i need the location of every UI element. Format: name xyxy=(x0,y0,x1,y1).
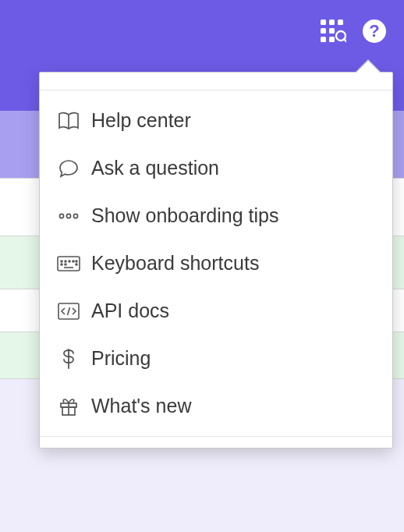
menu-item-keyboard-shortcuts[interactable]: Keyboard shortcuts xyxy=(40,239,392,287)
svg-point-18 xyxy=(69,261,70,262)
svg-point-19 xyxy=(73,261,74,262)
chat-icon xyxy=(57,158,80,179)
svg-rect-0 xyxy=(321,20,326,25)
help-icon[interactable]: ? xyxy=(362,19,387,44)
menu-item-whats-new[interactable]: What's new xyxy=(40,382,392,430)
svg-rect-6 xyxy=(329,37,335,42)
svg-rect-4 xyxy=(329,28,335,34)
menu-item-api-docs[interactable]: API docs xyxy=(40,287,392,335)
svg-point-22 xyxy=(65,264,66,265)
menu-item-onboarding-tips[interactable]: Show onboarding tips xyxy=(40,192,392,239)
svg-text:?: ? xyxy=(369,21,379,41)
dollar-icon xyxy=(57,348,80,370)
svg-point-17 xyxy=(65,261,66,262)
menu-item-label: Pricing xyxy=(91,347,151,370)
book-icon xyxy=(57,111,80,131)
svg-point-14 xyxy=(73,214,77,218)
svg-point-13 xyxy=(66,214,70,218)
svg-point-21 xyxy=(61,264,62,265)
menu-item-pricing[interactable]: Pricing xyxy=(40,335,392,382)
svg-point-16 xyxy=(61,261,62,262)
menu-separator xyxy=(40,436,392,437)
svg-point-12 xyxy=(59,214,63,218)
code-icon xyxy=(57,303,80,320)
help-menu: Help center Ask a question Show onboardi… xyxy=(39,72,393,449)
svg-rect-5 xyxy=(321,37,326,42)
svg-point-20 xyxy=(76,261,77,262)
svg-rect-2 xyxy=(338,20,343,25)
menu-item-label: API docs xyxy=(91,300,169,322)
keyboard-icon xyxy=(57,256,80,271)
menu-item-label: What's new xyxy=(91,395,191,417)
menu-item-label: Help center xyxy=(91,109,191,132)
gift-icon xyxy=(57,396,80,417)
page: ? Help center Ask a question xyxy=(0,0,404,532)
menu-item-label: Ask a question xyxy=(91,157,219,179)
svg-line-8 xyxy=(344,39,346,42)
menu-item-help-center[interactable]: Help center xyxy=(40,97,392,144)
dots-icon xyxy=(57,212,80,220)
header-actions: ? xyxy=(320,19,387,44)
svg-rect-3 xyxy=(321,28,326,34)
menu-item-label: Show onboarding tips xyxy=(91,204,278,227)
apps-grid-icon[interactable] xyxy=(320,19,346,44)
svg-point-23 xyxy=(76,264,77,265)
menu-separator xyxy=(40,90,392,90)
menu-caret xyxy=(356,61,381,73)
menu-item-label: Keyboard shortcuts xyxy=(91,252,259,275)
svg-line-26 xyxy=(68,307,70,315)
menu-item-ask-question[interactable]: Ask a question xyxy=(40,144,392,192)
svg-rect-1 xyxy=(329,20,335,25)
